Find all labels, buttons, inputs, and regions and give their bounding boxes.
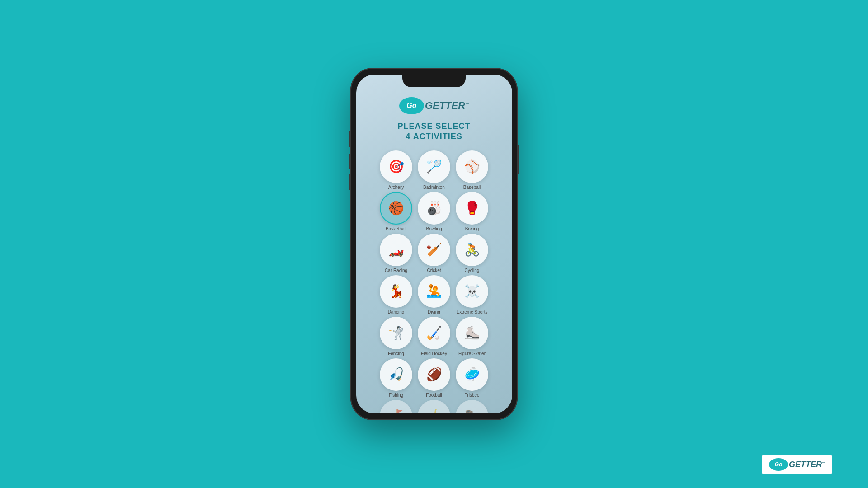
- activity-frisbee[interactable]: 🥏 Frisbee: [456, 358, 488, 398]
- activity-basketball[interactable]: 🏀 Basketball: [380, 192, 412, 231]
- activity-dancing[interactable]: 💃 Dancing: [380, 275, 412, 314]
- bowling-label: Bowling: [426, 226, 442, 231]
- fencing-circle: 🤺: [380, 317, 412, 349]
- activity-fencing[interactable]: 🤺 Fencing: [380, 317, 412, 356]
- frisbee-circle: 🥏: [456, 358, 488, 391]
- field-hockey-label: Field Hockey: [421, 351, 447, 356]
- phone-frame: Go GETTER™ PLEASE SELECT 4 ACTIVITIES 🎯 …: [350, 68, 518, 420]
- title-line2: 4 ACTIVITIES: [397, 131, 470, 142]
- bowling-circle: 🎳: [418, 192, 450, 225]
- fencing-label: Fencing: [388, 351, 404, 356]
- activity-baseball[interactable]: ⚾ Baseball: [456, 150, 488, 190]
- extreme-sports-label: Extreme Sports: [457, 310, 488, 314]
- golf-circle: ⛳: [380, 400, 412, 413]
- activity-football[interactable]: 🏈 Football: [418, 358, 450, 398]
- archery-circle: 🎯: [380, 150, 412, 183]
- logo-go: Go: [399, 97, 424, 114]
- dancing-label: Dancing: [388, 310, 405, 314]
- football-circle: 🏈: [418, 358, 450, 391]
- diving-label: Diving: [428, 310, 440, 314]
- hiking-circle: 🥾: [456, 400, 488, 413]
- basketball-circle: 🏀: [380, 192, 412, 225]
- activity-row-2: 🏀 Basketball 🎳 Bowling 🥊 Boxing: [368, 192, 501, 231]
- figure-skater-label: Figure Skater: [458, 351, 486, 356]
- activity-golf[interactable]: ⛳ Golf: [380, 400, 412, 413]
- frisbee-label: Frisbee: [464, 393, 479, 398]
- watermark-getter: GETTER™: [789, 460, 825, 469]
- activity-archery[interactable]: 🎯 Archery: [380, 150, 412, 190]
- title-line1: PLEASE SELECT: [397, 121, 470, 131]
- figure-skater-circle: ⛸️: [456, 317, 488, 349]
- screen-content: Go GETTER™ PLEASE SELECT 4 ACTIVITIES 🎯 …: [356, 75, 512, 413]
- activity-row-3: 🏎️ Car Racing 🏏 Cricket 🚴 Cycling: [368, 234, 501, 273]
- cricket-label: Cricket: [427, 268, 441, 273]
- boxing-circle: 🥊: [456, 192, 488, 225]
- activity-row-5: 🤺 Fencing 🏑 Field Hockey ⛸️ Figure Skate…: [368, 317, 501, 356]
- activity-cricket[interactable]: 🏏 Cricket: [418, 234, 450, 273]
- cycling-circle: 🚴: [456, 234, 488, 266]
- baseball-circle: ⚾: [456, 150, 488, 183]
- activity-figure-skater[interactable]: ⛸️ Figure Skater: [456, 317, 488, 356]
- activity-badminton[interactable]: 🏸 Badminton: [418, 150, 450, 190]
- activity-cycling[interactable]: 🚴 Cycling: [456, 234, 488, 273]
- cycling-label: Cycling: [465, 268, 480, 273]
- car-racing-circle: 🏎️: [380, 234, 412, 266]
- activity-row-6: 🎣 Fishing 🏈 Football 🥏 Frisbee: [368, 358, 501, 398]
- cricket-circle: 🏏: [418, 234, 450, 266]
- fishing-label: Fishing: [389, 393, 403, 398]
- badminton-circle: 🏸: [418, 150, 450, 183]
- gymnastics-circle: 🤸: [418, 400, 450, 413]
- activity-row-7: ⛳ Golf 🤸 Gymnastics 🥾 Hiking: [368, 400, 501, 413]
- activity-row-4: 💃 Dancing 🤽 Diving ☠️ Extreme Sports: [368, 275, 501, 314]
- field-hockey-circle: 🏑: [418, 317, 450, 349]
- watermark-go: Go: [769, 458, 788, 471]
- dancing-circle: 💃: [380, 275, 412, 308]
- car-racing-label: Car Racing: [385, 268, 407, 273]
- activity-fishing[interactable]: 🎣 Fishing: [380, 358, 412, 398]
- diving-circle: 🤽: [418, 275, 450, 308]
- title-section: PLEASE SELECT 4 ACTIVITIES: [397, 121, 470, 142]
- phone-screen: Go GETTER™ PLEASE SELECT 4 ACTIVITIES 🎯 …: [356, 75, 512, 413]
- archery-label: Archery: [388, 185, 404, 190]
- activity-gymnastics[interactable]: 🤸 Gymnastics: [418, 400, 450, 413]
- football-label: Football: [426, 393, 442, 398]
- activity-hiking[interactable]: 🥾 Hiking: [456, 400, 488, 413]
- activity-car-racing[interactable]: 🏎️ Car Racing: [380, 234, 412, 273]
- fishing-circle: 🎣: [380, 358, 412, 391]
- extreme-sports-circle: ☠️: [456, 275, 488, 308]
- activity-row-1: 🎯 Archery 🏸 Badminton ⚾ Baseball: [368, 150, 501, 190]
- basketball-label: Basketball: [386, 226, 406, 231]
- boxing-label: Boxing: [465, 226, 479, 231]
- activity-bowling[interactable]: 🎳 Bowling: [418, 192, 450, 231]
- logo-getter: GETTER™: [425, 100, 469, 112]
- activity-field-hockey[interactable]: 🏑 Field Hockey: [418, 317, 450, 356]
- baseball-label: Baseball: [463, 185, 481, 190]
- activity-diving[interactable]: 🤽 Diving: [418, 275, 450, 314]
- activity-extreme-sports[interactable]: ☠️ Extreme Sports: [456, 275, 488, 314]
- activities-grid: 🎯 Archery 🏸 Badminton ⚾ Baseball: [363, 150, 505, 413]
- phone-notch: [402, 75, 466, 87]
- activity-boxing[interactable]: 🥊 Boxing: [456, 192, 488, 231]
- badminton-label: Badminton: [423, 185, 445, 190]
- watermark-logo: Go GETTER™: [762, 455, 832, 474]
- app-logo: Go GETTER™: [399, 97, 469, 114]
